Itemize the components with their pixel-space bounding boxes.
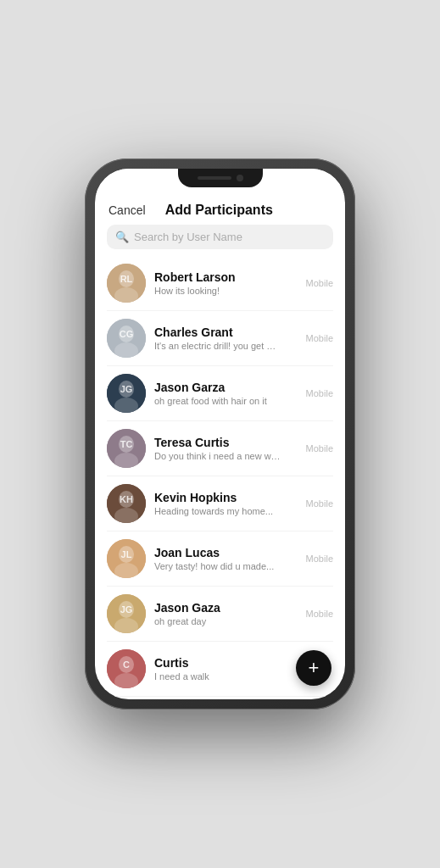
contact-status: How its looking! <box>154 286 281 296</box>
contact-name: Jason Garza <box>154 381 301 394</box>
contact-info: Teresa CurtisDo you think i need a new w… <box>154 436 301 461</box>
search-icon: 🔍 <box>115 231 129 243</box>
notch-area <box>95 169 345 194</box>
contact-device-label: Mobile <box>306 498 333 509</box>
avatar: JL <box>107 539 146 578</box>
contact-info: Kevin HopkinsHeading towards my home... <box>154 491 301 516</box>
svg-text:JG: JG <box>120 384 133 394</box>
notch <box>178 169 263 187</box>
svg-text:C: C <box>123 659 130 670</box>
avatar: CG <box>107 319 146 358</box>
contact-name: Robert Larson <box>154 270 301 284</box>
contact-device-label: Mobile <box>306 609 333 619</box>
contact-device-label: Mobile <box>306 278 333 288</box>
contact-row[interactable]: RL Robert LarsonHow its looking!Mobile <box>107 256 333 311</box>
avatar: JG <box>107 594 146 633</box>
contact-status: I need a walk <box>154 671 281 682</box>
avatar: TC <box>107 429 146 468</box>
svg-text:TC: TC <box>120 439 133 449</box>
contact-status: It's an electric drill! you get me... <box>154 341 281 351</box>
contact-name: Joan Lucas <box>154 546 301 559</box>
contact-status: Very tasty! how did u made... <box>154 561 281 571</box>
phone-frame: Cancel Add Participants 🔍 Search by User… <box>85 159 355 709</box>
contact-info: Jason Gazaoh great day <box>154 601 301 626</box>
svg-text:CG: CG <box>120 329 134 339</box>
contact-device-label: Mobile <box>306 333 333 343</box>
contact-device-label: Mobile <box>306 388 333 398</box>
page-title: Add Participants <box>165 203 273 218</box>
search-bar[interactable]: 🔍 Search by User Name <box>107 225 333 249</box>
speaker <box>198 176 231 180</box>
svg-text:RL: RL <box>120 274 133 284</box>
contact-name: Charles Grant <box>154 326 301 339</box>
contact-name: Kevin Hopkins <box>154 491 301 504</box>
search-input[interactable]: Search by User Name <box>134 231 242 243</box>
contact-name: Jason Gaza <box>154 601 301 615</box>
svg-text:JL: JL <box>121 549 132 559</box>
contact-device-label: Mobile <box>306 443 333 453</box>
avatar: C <box>107 649 146 688</box>
contact-row[interactable]: KH Kevin HopkinsHeading towards my home.… <box>107 476 333 531</box>
contact-info: Joan LucasVery tasty! how did u made... <box>154 546 301 571</box>
phone-screen: Cancel Add Participants 🔍 Search by User… <box>95 169 345 699</box>
svg-text:JG: JG <box>120 604 133 615</box>
contact-status: Do you think i need a new walk <box>154 451 281 461</box>
contact-status: oh great food with hair on it <box>154 396 281 406</box>
svg-text:KH: KH <box>120 494 133 504</box>
contact-device-label: Mobile <box>306 554 333 564</box>
contact-row[interactable]: JG Jason Gazaoh great dayMobile <box>107 587 333 642</box>
contact-status: Heading towards my home... <box>154 506 281 516</box>
contact-info: Jason Garzaoh great food with hair on it <box>154 381 301 406</box>
add-participant-button[interactable]: + <box>296 650 331 686</box>
contact-row[interactable]: TC Teresa CurtisDo you think i need a ne… <box>107 421 333 476</box>
avatar: JG <box>107 374 146 413</box>
contact-status: oh great day <box>154 616 281 626</box>
contact-list: RL Robert LarsonHow its looking!Mobile C… <box>95 256 345 699</box>
avatar: KH <box>107 484 146 523</box>
contact-name: Teresa Curtis <box>154 436 301 449</box>
cancel-button[interactable]: Cancel <box>109 203 146 217</box>
contact-info: Robert LarsonHow its looking! <box>154 270 301 296</box>
contact-info: Charles GrantIt's an electric drill! you… <box>154 326 301 351</box>
contact-row[interactable]: JL Joan LucasVery tasty! how did u made.… <box>107 531 333 587</box>
camera <box>237 175 243 181</box>
header: Cancel Add Participants <box>95 194 345 225</box>
avatar: RL <box>107 264 146 303</box>
contact-row[interactable]: CG Charles GrantIt's an electric drill! … <box>107 311 333 366</box>
contact-row[interactable]: JG Jason Garzaoh great food with hair on… <box>107 366 333 421</box>
